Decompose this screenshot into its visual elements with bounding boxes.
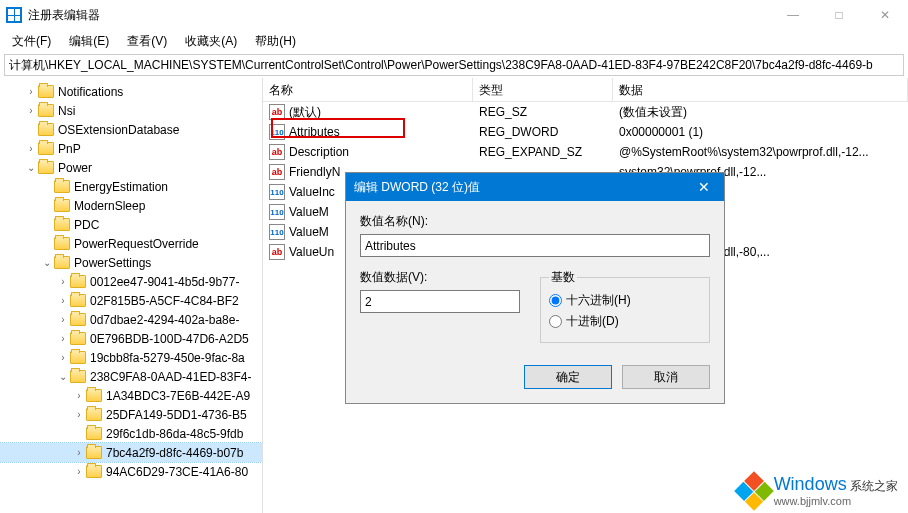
tree-item[interactable]: 1A34BDC3-7E6B-442E-A9 — [0, 386, 262, 405]
tree-item-label: 02F815B5-A5CF-4C84-BF2 — [90, 294, 239, 308]
folder-icon — [70, 313, 86, 326]
chevron-icon[interactable] — [56, 371, 70, 382]
chevron-icon[interactable] — [40, 257, 54, 268]
tree-item-label: PowerSettings — [74, 256, 151, 270]
list-row[interactable]: 110AttributesREG_DWORD0x00000001 (1) — [263, 122, 908, 142]
col-header-type[interactable]: 类型 — [473, 78, 613, 101]
tree-item-label: 7bc4a2f9-d8fc-4469-b07b — [106, 446, 243, 460]
maximize-button[interactable]: □ — [816, 0, 862, 30]
radio-hex[interactable]: 十六进制(H) — [549, 292, 701, 309]
binary-value-icon: 110 — [269, 184, 285, 200]
col-header-data[interactable]: 数据 — [613, 78, 908, 101]
string-value-icon: ab — [269, 244, 285, 260]
menu-edit[interactable]: 编辑(E) — [61, 31, 117, 52]
col-header-name[interactable]: 名称 — [263, 78, 473, 101]
tree-item[interactable]: 02F815B5-A5CF-4C84-BF2 — [0, 291, 262, 310]
tree-item-label: OSExtensionDatabase — [58, 123, 179, 137]
list-row[interactable]: ab(默认)REG_SZ(数值未设置) — [263, 102, 908, 122]
value-data-label: 数值数据(V): — [360, 269, 520, 286]
chevron-icon[interactable] — [56, 352, 70, 363]
tree-view[interactable]: NotificationsNsiOSExtensionDatabasePnPPo… — [0, 78, 263, 513]
tree-item[interactable]: 94AC6D29-73CE-41A6-80 — [0, 462, 262, 481]
tree-item[interactable]: 0012ee47-9041-4b5d-9b77- — [0, 272, 262, 291]
tree-item[interactable]: Nsi — [0, 101, 262, 120]
chevron-icon[interactable] — [56, 314, 70, 325]
tree-item[interactable]: PDC — [0, 215, 262, 234]
chevron-icon[interactable] — [56, 295, 70, 306]
chevron-icon[interactable] — [72, 466, 86, 477]
binary-value-icon: 110 — [269, 124, 285, 140]
tree-item-label: EnergyEstimation — [74, 180, 168, 194]
menu-favorites[interactable]: 收藏夹(A) — [177, 31, 245, 52]
tree-item-label: 0012ee47-9041-4b5d-9b77- — [90, 275, 239, 289]
value-name: ValueUn — [289, 245, 334, 259]
tree-item-label: 1A34BDC3-7E6B-442E-A9 — [106, 389, 250, 403]
tree-item[interactable]: OSExtensionDatabase — [0, 120, 262, 139]
folder-icon — [54, 180, 70, 193]
base-legend: 基数 — [549, 269, 577, 286]
menu-help[interactable]: 帮助(H) — [247, 31, 304, 52]
list-row[interactable]: abDescriptionREG_EXPAND_SZ@%SystemRoot%\… — [263, 142, 908, 162]
app-icon — [6, 7, 22, 23]
tree-item[interactable]: PnP — [0, 139, 262, 158]
tree-item-label: 94AC6D29-73CE-41A6-80 — [106, 465, 248, 479]
tree-item-label: 25DFA149-5DD1-4736-B5 — [106, 408, 247, 422]
chevron-icon[interactable] — [72, 447, 86, 458]
tree-item[interactable]: EnergyEstimation — [0, 177, 262, 196]
title-bar: 注册表编辑器 — □ ✕ — [0, 0, 908, 30]
tree-item[interactable]: 7bc4a2f9-d8fc-4469-b07b — [0, 443, 262, 462]
radio-dec[interactable]: 十进制(D) — [549, 313, 701, 330]
chevron-icon[interactable] — [72, 409, 86, 420]
folder-icon — [54, 218, 70, 231]
tree-item[interactable]: PowerSettings — [0, 253, 262, 272]
value-name: Description — [289, 145, 349, 159]
folder-icon — [38, 123, 54, 136]
tree-item-label: 238C9FA8-0AAD-41ED-83F4- — [90, 370, 251, 384]
chevron-icon[interactable] — [56, 333, 70, 344]
menu-file[interactable]: 文件(F) — [4, 31, 59, 52]
address-bar[interactable]: 计算机\HKEY_LOCAL_MACHINE\SYSTEM\CurrentCon… — [4, 54, 904, 76]
ok-button[interactable]: 确定 — [524, 365, 612, 389]
folder-icon — [38, 161, 54, 174]
tree-item[interactable]: 25DFA149-5DD1-4736-B5 — [0, 405, 262, 424]
dialog-close-button[interactable]: ✕ — [692, 179, 716, 195]
value-name: ValueInc — [289, 185, 335, 199]
tree-item[interactable]: 19cbb8fa-5279-450e-9fac-8a — [0, 348, 262, 367]
value-data: 0x00000001 (1) — [613, 125, 908, 139]
cancel-button[interactable]: 取消 — [622, 365, 710, 389]
tree-item[interactable]: 238C9FA8-0AAD-41ED-83F4- — [0, 367, 262, 386]
string-value-icon: ab — [269, 104, 285, 120]
tree-item[interactable]: 29f6c1db-86da-48c5-9fdb — [0, 424, 262, 443]
tree-item[interactable]: 0d7dbae2-4294-402a-ba8e- — [0, 310, 262, 329]
minimize-button[interactable]: — — [770, 0, 816, 30]
dialog-title-bar[interactable]: 编辑 DWORD (32 位)值 ✕ — [346, 173, 724, 201]
folder-icon — [38, 85, 54, 98]
tree-item-label: 0d7dbae2-4294-402a-ba8e- — [90, 313, 239, 327]
folder-icon — [86, 389, 102, 402]
folder-icon — [54, 199, 70, 212]
tree-item[interactable]: Power — [0, 158, 262, 177]
value-data-input[interactable] — [360, 290, 520, 313]
value-name: Attributes — [289, 125, 340, 139]
tree-item-label: 19cbb8fa-5279-450e-9fac-8a — [90, 351, 245, 365]
chevron-icon[interactable] — [24, 86, 38, 97]
menu-view[interactable]: 查看(V) — [119, 31, 175, 52]
tree-item[interactable]: 0E796BDB-100D-47D6-A2D5 — [0, 329, 262, 348]
value-name-input[interactable] — [360, 234, 710, 257]
tree-item[interactable]: Notifications — [0, 82, 262, 101]
close-button[interactable]: ✕ — [862, 0, 908, 30]
value-name: ValueM — [289, 225, 329, 239]
chevron-icon[interactable] — [56, 276, 70, 287]
radio-hex-input[interactable] — [549, 294, 562, 307]
radio-dec-input[interactable] — [549, 315, 562, 328]
folder-icon — [70, 332, 86, 345]
chevron-icon[interactable] — [72, 390, 86, 401]
tree-item[interactable]: ModernSleep — [0, 196, 262, 215]
chevron-icon[interactable] — [24, 105, 38, 116]
chevron-icon[interactable] — [24, 143, 38, 154]
value-type: REG_EXPAND_SZ — [473, 145, 613, 159]
value-data: (数值未设置) — [613, 104, 908, 121]
tree-item[interactable]: PowerRequestOverride — [0, 234, 262, 253]
list-header: 名称 类型 数据 — [263, 78, 908, 102]
chevron-icon[interactable] — [24, 162, 38, 173]
